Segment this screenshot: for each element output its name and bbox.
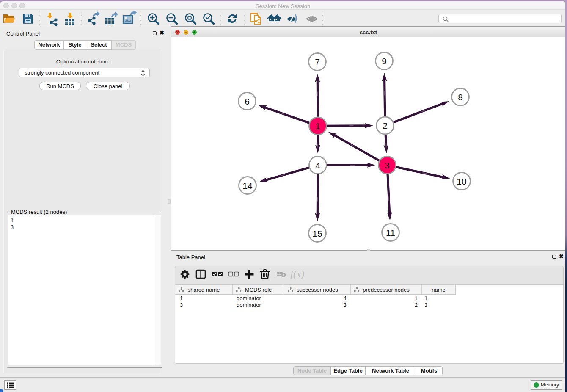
svg-text:10: 10 [457, 177, 466, 186]
svg-text:15: 15 [312, 229, 322, 238]
svg-text:6: 6 [245, 97, 250, 106]
svg-text:4: 4 [315, 160, 320, 170]
svg-text:3: 3 [385, 160, 390, 170]
svg-text:14: 14 [242, 181, 253, 190]
svg-text:2: 2 [383, 121, 388, 130]
svg-text:7: 7 [315, 57, 320, 67]
svg-text:11: 11 [386, 228, 395, 237]
svg-text:1: 1 [315, 121, 320, 131]
svg-text:9: 9 [382, 56, 387, 66]
svg-text:8: 8 [458, 92, 463, 102]
